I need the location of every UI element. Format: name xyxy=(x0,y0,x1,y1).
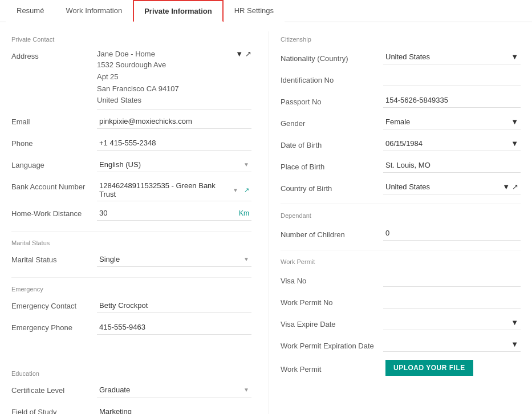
field-of-study-label: Field of Study xyxy=(11,405,97,414)
gender-label: Gender xyxy=(281,118,383,128)
place-of-birth-row: Place of Birth St. Louis, MO xyxy=(281,158,521,174)
number-of-children-label: Number of Children xyxy=(281,229,383,239)
visa-no-value[interactable] xyxy=(383,273,521,287)
marital-status-label: Marital Status xyxy=(11,253,97,264)
km-unit: Km xyxy=(239,209,249,217)
country-of-birth-dropdown-icon[interactable]: ▼ xyxy=(502,182,510,191)
identification-no-value[interactable] xyxy=(383,72,521,86)
bank-account-external-link-icon[interactable]: ↗ xyxy=(244,186,249,194)
address-line3: San Francisco CA 94107 xyxy=(97,83,251,95)
work-permit-no-value[interactable] xyxy=(383,295,521,309)
work-permit-expiration-date-row: Work Permit Expiration Date ▼ xyxy=(281,337,521,353)
home-work-distance-row: Home-Work Distance 30 Km xyxy=(11,207,251,223)
bank-account-row: Bank Account Number 12846248911532535 - … xyxy=(11,180,251,201)
home-work-distance-value[interactable]: 30 Km xyxy=(97,207,251,221)
left-panel: Private Contact Address Jane Doe - Home … xyxy=(11,31,269,414)
work-permit-upload-row: Work Permit UPLOAD YOUR FILE xyxy=(281,359,521,378)
date-of-birth-row: Date of Birth 06/15/1984 ▼ xyxy=(281,136,521,152)
certificate-level-row: Certificate Level Graduate ▼ xyxy=(11,384,251,400)
tab-work-information[interactable]: Work Information xyxy=(55,0,133,22)
gender-dropdown-icon[interactable]: ▼ xyxy=(511,117,518,126)
date-of-birth-label: Date of Birth xyxy=(281,140,383,149)
language-label: Language xyxy=(11,159,97,169)
address-external-link-icon[interactable]: ↗ xyxy=(245,50,251,58)
right-divider-1 xyxy=(281,204,521,204)
bank-account-dropdown-icon[interactable]: ▼ xyxy=(233,187,238,193)
upload-file-button[interactable]: UPLOAD YOUR FILE xyxy=(385,360,473,376)
emergency-phone-value: 415-555-9463 xyxy=(97,321,251,335)
main-content: Private Contact Address Jane Doe - Home … xyxy=(0,22,532,414)
emergency-contact-value: Betty Crockpot xyxy=(97,299,251,313)
nationality-row: Nationality (Country) United States ▼ xyxy=(281,50,521,66)
marital-status-dropdown-icon[interactable]: ▼ xyxy=(243,256,249,262)
gender-row: Gender Female ▼ xyxy=(281,115,521,131)
work-permit-section-title: Work Permit xyxy=(281,258,521,265)
work-permit-expiration-date-value[interactable]: ▼ xyxy=(383,338,521,352)
emergency-contact-label: Emergency Contact xyxy=(11,299,97,310)
divider-1 xyxy=(11,231,251,232)
address-dropdown-icon[interactable]: ▼ xyxy=(235,50,243,58)
visa-expire-date-label: Visa Expire Date xyxy=(281,319,383,328)
work-permit-upload-area: UPLOAD YOUR FILE xyxy=(383,359,521,378)
number-of-children-value[interactable]: 0 xyxy=(383,227,521,241)
marital-status-value[interactable]: Single ▼ xyxy=(97,253,251,267)
marital-status-section-title: Marital Status xyxy=(11,240,251,246)
emergency-contact-row: Emergency Contact Betty Crockpot xyxy=(11,299,251,315)
visa-expire-date-row: Visa Expire Date ▼ xyxy=(281,315,521,331)
nationality-value[interactable]: United States ▼ xyxy=(383,51,521,64)
number-of-children-row: Number of Children 0 xyxy=(281,226,521,242)
visa-expire-date-value[interactable]: ▼ xyxy=(383,316,521,330)
education-section-title: Education xyxy=(11,370,251,377)
citizenship-section-title: Citizenship xyxy=(281,36,521,43)
passport-no-value: 154-5626-5849335 xyxy=(383,94,521,108)
address-line4: United States xyxy=(97,95,251,107)
language-dropdown-icon[interactable]: ▼ xyxy=(243,161,249,168)
field-of-study-row: Field of Study Marketing xyxy=(11,405,251,414)
date-of-birth-value[interactable]: 06/15/1984 ▼ xyxy=(383,137,521,151)
passport-no-label: Passport No xyxy=(281,96,383,106)
address-line1: 1532 Sourdough Ave xyxy=(97,59,251,71)
address-line2: Apt 25 xyxy=(97,71,251,83)
tab-bar: Resumé Work Information Private Informat… xyxy=(0,0,532,22)
visa-no-row: Visa No xyxy=(281,272,521,288)
language-row: Language English (US) ▼ xyxy=(11,159,251,174)
country-of-birth-external-link-icon[interactable]: ↗ xyxy=(512,182,518,191)
country-of-birth-label: Country of Birth xyxy=(281,183,383,193)
language-value[interactable]: English (US) ▼ xyxy=(97,159,251,172)
home-work-distance-label: Home-Work Distance xyxy=(11,207,97,218)
certificate-level-value[interactable]: Graduate ▼ xyxy=(97,384,251,397)
place-of-birth-value: St. Louis, MO xyxy=(383,159,521,173)
emergency-section-title: Emergency xyxy=(11,286,251,293)
tab-hr-settings[interactable]: HR Settings xyxy=(224,0,285,22)
email-row: Email pinkpixie@moxiechicks.com xyxy=(11,115,251,131)
visa-no-label: Visa No xyxy=(281,275,383,285)
divider-2 xyxy=(11,277,251,278)
marital-status-row: Marital Status Single ▼ xyxy=(11,253,251,269)
date-of-birth-dropdown-icon[interactable]: ▼ xyxy=(511,139,518,148)
identification-no-row: Identification No xyxy=(281,71,521,87)
work-permit-expiration-date-label: Work Permit Expiration Date xyxy=(281,340,383,350)
emergency-phone-row: Emergency Phone 415-555-9463 xyxy=(11,321,251,337)
emergency-phone-label: Emergency Phone xyxy=(11,321,97,332)
place-of-birth-label: Place of Birth xyxy=(281,161,383,171)
nationality-label: Nationality (Country) xyxy=(281,53,383,63)
work-permit-no-row: Work Permit No xyxy=(281,294,521,310)
nationality-dropdown-icon[interactable]: ▼ xyxy=(511,52,518,61)
phone-row: Phone +1 415-555-2348 xyxy=(11,137,251,153)
certificate-level-dropdown-icon[interactable]: ▼ xyxy=(243,387,249,393)
work-permit-expiration-date-dropdown-icon[interactable]: ▼ xyxy=(511,340,518,348)
tab-resume[interactable]: Resumé xyxy=(6,0,55,22)
certificate-level-label: Certificate Level xyxy=(11,384,97,395)
phone-value: +1 415-555-2348 xyxy=(97,137,251,151)
address-row: Address Jane Doe - Home ▼ ↗ 1532 Sourdou… xyxy=(11,50,251,109)
tab-private-information[interactable]: Private Information xyxy=(133,0,223,22)
country-of-birth-row: Country of Birth United States ▼ ↗ xyxy=(281,180,521,196)
bank-account-value[interactable]: 12846248911532535 - Green Bank Trust ▼ ↗ xyxy=(97,180,251,201)
email-value: pinkpixie@moxiechicks.com xyxy=(97,115,251,129)
country-of-birth-value[interactable]: United States ▼ ↗ xyxy=(383,181,521,194)
visa-expire-date-dropdown-icon[interactable]: ▼ xyxy=(511,318,518,327)
bank-account-label: Bank Account Number xyxy=(11,180,97,191)
gender-value[interactable]: Female ▼ xyxy=(383,116,521,129)
right-divider-2 xyxy=(281,250,521,250)
work-permit-no-label: Work Permit No xyxy=(281,297,383,307)
